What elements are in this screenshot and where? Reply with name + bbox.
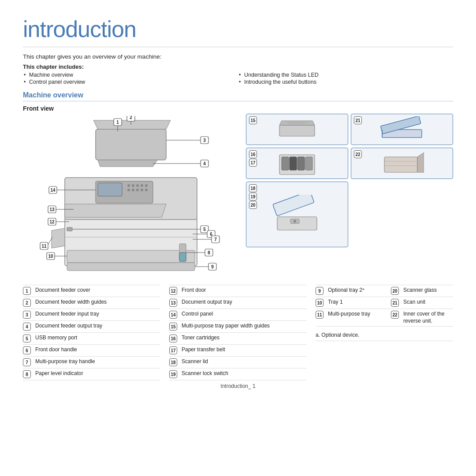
section-divider <box>23 101 453 101</box>
front-view-title: Front view <box>23 105 453 112</box>
svg-text:1: 1 <box>116 120 119 125</box>
part-badge: 14 <box>169 311 177 319</box>
detail-num-22: 22 <box>354 150 362 158</box>
part-badge: 7 <box>23 358 31 366</box>
parts-row: 12 Front door <box>169 285 307 297</box>
detail-num-15: 15 <box>249 116 257 124</box>
svg-rect-76 <box>290 157 297 170</box>
parts-row: 9 Optional tray 2ᵃ 20 Scanner glass <box>316 285 453 297</box>
part-name: Inner cover of the reverse unit. <box>403 311 453 324</box>
svg-marker-3 <box>93 120 171 129</box>
parts-row-footnote: a. Optional device. <box>316 326 453 341</box>
detail-svg-16-17 <box>275 148 319 179</box>
svg-point-15 <box>141 189 143 191</box>
part-name: Document feeder width guides <box>35 299 160 306</box>
parts-row: 16 Toner cartridges <box>169 332 307 344</box>
list-left: Machine overview Control panel overview <box>23 72 238 86</box>
part-badge: 16 <box>169 335 177 342</box>
part-badge: 18 <box>169 358 177 366</box>
parts-row: 13 Document output tray <box>169 297 307 309</box>
parts-col-right: 9 Optional tray 2ᵃ 20 Scanner glass 10 T… <box>316 285 453 380</box>
svg-point-11 <box>132 189 134 191</box>
svg-point-12 <box>136 189 139 191</box>
parts-row: 18 Scanner lid <box>169 356 307 368</box>
svg-text:13: 13 <box>49 207 55 212</box>
detail-svg-21 <box>380 116 424 143</box>
svg-point-13 <box>141 184 143 187</box>
svg-marker-4 <box>98 160 157 167</box>
svg-point-7 <box>127 184 130 187</box>
parts-col-middle: 12 Front door 13 Document output tray 14… <box>169 285 307 380</box>
machine-diagram: 1 2 3 4 14 13 <box>23 114 239 281</box>
parts-row: 19 Scanner lock switch <box>169 368 307 380</box>
svg-rect-78 <box>305 157 312 170</box>
parts-row: 7 Multi-purpose tray handle <box>23 356 160 368</box>
part-badge: 13 <box>169 299 177 307</box>
svg-point-14 <box>145 184 148 187</box>
part-name: Optional tray 2ᵃ <box>328 287 378 294</box>
part-name: Paper level indicator <box>35 370 160 377</box>
part-badge: 5 <box>23 335 31 342</box>
svg-text:9: 9 <box>211 264 214 269</box>
parts-row: 15 Multi-purpose tray paper width guides <box>169 320 307 332</box>
detail-num-17: 17 <box>249 159 257 167</box>
svg-rect-6 <box>98 183 122 196</box>
main-content: 1 2 3 4 14 13 <box>23 114 453 281</box>
svg-point-87 <box>294 220 296 223</box>
part-name: Document feeder cover <box>35 287 160 294</box>
svg-text:2: 2 <box>130 116 132 120</box>
svg-marker-68 <box>279 121 315 125</box>
part-badge: 12 <box>169 287 177 295</box>
svg-point-10 <box>127 189 130 191</box>
svg-rect-2 <box>96 129 166 160</box>
page: introduction This chapter gives you an o… <box>0 0 476 476</box>
printer-diagram-svg: 1 2 3 4 14 13 <box>30 116 232 279</box>
footer-text: Introduction_ 1 <box>23 383 453 389</box>
parts-row: 1 Document feeder cover <box>23 285 160 297</box>
detail-image-18-19-20: 18 19 20 <box>246 182 348 247</box>
parts-row: 4 Document feeder output tray <box>23 320 160 332</box>
part-name: USB memory port <box>35 335 160 342</box>
footnote: a. Optional device. <box>316 330 453 339</box>
part-badge: 21 <box>391 299 399 307</box>
svg-rect-79 <box>384 157 417 172</box>
svg-point-8 <box>132 184 134 187</box>
part-badge: 15 <box>169 323 177 331</box>
svg-rect-75 <box>282 157 289 170</box>
svg-rect-20 <box>67 263 195 271</box>
part-badge: 2 <box>23 299 31 307</box>
svg-point-16 <box>145 189 148 191</box>
detail-image-22: 22 <box>351 148 453 179</box>
svg-marker-17 <box>65 204 166 217</box>
part-badge: 3 <box>23 311 31 319</box>
detail-num-16: 16 <box>249 150 257 158</box>
detail-num-18: 18 <box>249 184 257 192</box>
part-name: Multi-purpose tray <box>328 311 378 318</box>
part-name: Scan unit <box>403 299 453 306</box>
part-name: Front door <box>182 287 307 294</box>
part-name: Multi-purpose tray handle <box>35 358 160 365</box>
part-badge: 4 <box>23 323 31 331</box>
detail-num-21: 21 <box>354 116 362 124</box>
chapter-list: Machine overview Control panel overview … <box>23 72 453 86</box>
svg-text:14: 14 <box>50 188 56 193</box>
svg-text:11: 11 <box>41 244 47 249</box>
detail-num-19: 19 <box>249 193 257 201</box>
part-name: Scanner lock switch <box>182 370 307 377</box>
part-badge: 17 <box>169 346 177 354</box>
list-item: Machine overview <box>23 72 238 78</box>
part-name: Front door handle <box>35 346 160 353</box>
svg-rect-84 <box>273 195 314 216</box>
parts-row: 2 Document feeder width guides <box>23 297 160 309</box>
part-badge: 20 <box>391 287 399 295</box>
part-badge: 11 <box>316 311 324 319</box>
parts-row: 8 Paper level indicator <box>23 368 160 380</box>
part-name: Document output tray <box>182 299 307 306</box>
parts-col-left: 1 Document feeder cover 2 Document feede… <box>23 285 160 380</box>
parts-row: 10 Tray 1 21 Scan unit <box>316 297 453 309</box>
svg-rect-67 <box>279 125 315 136</box>
svg-rect-22 <box>67 227 72 231</box>
svg-text:10: 10 <box>48 254 53 259</box>
part-badge: 9 <box>316 287 324 295</box>
svg-text:8: 8 <box>208 250 210 255</box>
